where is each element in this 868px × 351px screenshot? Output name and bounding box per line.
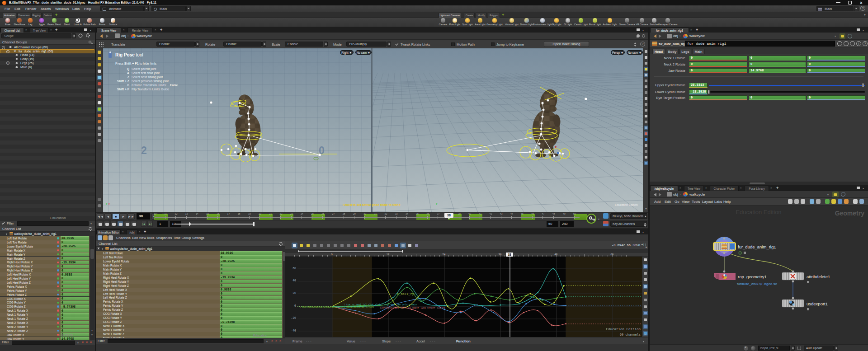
svg-text:fur_dude_anim_rig1: fur_dude_anim_rig1 [738, 244, 776, 249]
svg-text:r_ball_ry: r_ball_ry [397, 292, 414, 296]
svg-text:Geometry: Geometry [835, 210, 865, 217]
svg-text:attribdelete1: attribdelete1 [807, 274, 830, 279]
svg-text:Education Edition: Education Edition [736, 209, 781, 215]
svg-text:furdude_walk.$F.bgeo.sc: furdude_walk.$F.bgeo.sc [737, 282, 777, 286]
svg-text:l toe rx heel ly2 r3y4 e5x6y7: l toe rx heel ly2 r3y4 e5x6y7 cog neck j… [344, 304, 417, 306]
svg-text:60 channels: 60 channels [620, 333, 641, 337]
svg-text:usdexport1: usdexport1 [807, 301, 828, 306]
svg-text:rop_geometry1: rop_geometry1 [738, 274, 767, 279]
svg-text:0: 0 [319, 145, 325, 156]
svg-text:Education Edition: Education Edition [606, 328, 641, 331]
svg-text:l3x4y5z6x7y8z9 lower r1 upper: l3x4y5z6x7y8z9 lower r1 upper l2d3 keepe… [380, 307, 445, 309]
svg-text:2: 2 [141, 145, 147, 156]
